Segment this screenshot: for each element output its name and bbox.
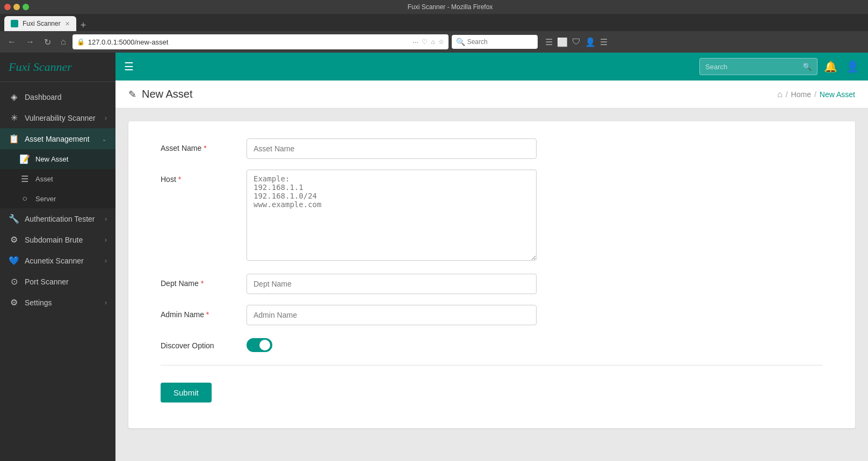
adblock-icon[interactable]: 🛡: [572, 37, 581, 47]
vulnerability-scanner-icon: ✳: [9, 113, 19, 123]
star-icon[interactable]: ☆: [438, 38, 444, 46]
host-label: Host *: [161, 170, 247, 184]
sidebar-item-acunetix-scanner[interactable]: 💙 Acunetix Scanner ›: [0, 250, 115, 271]
sidebar-nav: ◈ Dashboard ✳ Vulnerability Scanner › 📋 …: [0, 82, 115, 317]
header-search-box[interactable]: 🔍: [699, 58, 818, 75]
tab-close-button[interactable]: ✕: [65, 20, 70, 27]
form-group-admin-name: Admin Name *: [161, 305, 823, 325]
dept-name-input[interactable]: [247, 274, 537, 294]
sidebar-logo: Fuxi Scanner: [0, 53, 115, 82]
sidebar-item-asset-management[interactable]: 📋 Asset Management ⌄: [0, 128, 115, 149]
url-options[interactable]: ···: [413, 38, 419, 46]
sidebar-sub-item-server[interactable]: ○ Server: [0, 189, 115, 208]
reload-button[interactable]: ↻: [41, 35, 54, 49]
discover-option-label: Discover Option: [161, 336, 247, 350]
browser-search-box[interactable]: 🔍: [452, 35, 538, 49]
bookmarks-icon[interactable]: ☰: [545, 37, 553, 47]
server-icon: ○: [19, 194, 30, 203]
asset-icon: ☰: [19, 174, 30, 184]
sidebar-item-dashboard[interactable]: ◈ Dashboard: [0, 86, 115, 107]
subdomain-brute-arrow: ›: [105, 236, 107, 244]
url-text: 127.0.0.1:5000/new-asset: [88, 38, 409, 46]
asset-name-control: [247, 138, 537, 159]
firefox-icons: ☰ ⬜ 🛡 👤 ☰: [545, 37, 607, 47]
sidebar-item-vulnerability-scanner[interactable]: ✳ Vulnerability Scanner ›: [0, 107, 115, 128]
tabs-icon[interactable]: ⬜: [557, 37, 568, 47]
logo-text: Fuxi Scanner: [9, 60, 72, 74]
asset-name-input[interactable]: [247, 138, 537, 159]
sidebar-label-dashboard: Dashboard: [25, 93, 107, 101]
bookmark-icon[interactable]: ♡: [422, 38, 428, 46]
notification-bell-icon[interactable]: 🔔: [824, 60, 837, 73]
host-textarea[interactable]: [247, 170, 537, 261]
port-scanner-icon: ⊙: [9, 276, 19, 287]
form-group-asset-name: Asset Name *: [161, 138, 823, 159]
subdomain-brute-icon: ⚙: [9, 235, 19, 245]
lock-icon: 🔒: [77, 38, 85, 46]
vulnerability-scanner-arrow: ›: [105, 114, 107, 122]
submit-button[interactable]: Submit: [161, 383, 212, 403]
acunetix-scanner-arrow: ›: [105, 257, 107, 265]
header-search-input[interactable]: [705, 63, 799, 71]
asset-management-arrow: ⌄: [102, 135, 107, 143]
sidebar: Fuxi Scanner ◈ Dashboard ✳ Vulnerability…: [0, 53, 115, 461]
breadcrumb: ⌂ / Home / New Asset: [777, 90, 855, 99]
form-card: Asset Name * Host *: [128, 121, 855, 428]
home-url-icon[interactable]: ⌂: [431, 38, 435, 46]
dept-name-required: *: [201, 279, 204, 288]
form-group-host: Host *: [161, 170, 823, 263]
asset-management-submenu: 📝 New Asset ☰ Asset ○ Server: [0, 149, 115, 208]
browser-search-input[interactable]: [467, 38, 533, 46]
page-title: New Asset: [142, 88, 192, 100]
browser-tab[interactable]: Fuxi Scanner ✕: [4, 16, 76, 31]
main-content: ✎ New Asset ⌂ / Home / New Asset Asset N…: [115, 81, 868, 461]
top-header: ☰ 🔍 🔔 👤: [115, 53, 868, 81]
url-bar[interactable]: 🔒 127.0.0.1:5000/new-asset ··· ♡ ⌂ ☆: [73, 34, 449, 49]
back-button[interactable]: ←: [4, 35, 19, 49]
sidebar-item-authentication-tester[interactable]: 🔧 Authentication Tester ›: [0, 208, 115, 229]
authentication-tester-arrow: ›: [105, 215, 107, 223]
home-button[interactable]: ⌂: [57, 35, 69, 49]
asset-name-required: *: [204, 144, 206, 152]
sidebar-sub-item-asset[interactable]: ☰ Asset: [0, 169, 115, 189]
host-control: [247, 170, 537, 263]
sidebar-item-port-scanner[interactable]: ⊙ Port Scanner: [0, 271, 115, 292]
form-divider: [161, 365, 823, 365]
window-controls: [4, 4, 29, 10]
form-group-dept-name: Dept Name *: [161, 274, 823, 294]
browser-chrome: Fuxi Scanner - Mozilla Firefox: [0, 0, 868, 14]
admin-name-input[interactable]: [247, 305, 537, 325]
breadcrumb-current: New Asset: [820, 90, 855, 99]
new-tab-button[interactable]: +: [76, 20, 91, 31]
menu-icon[interactable]: ☰: [600, 37, 607, 47]
close-button[interactable]: [4, 4, 11, 10]
breadcrumb-sep-1: /: [786, 90, 788, 99]
discover-option-toggle-wrapper: [247, 336, 537, 352]
forward-button[interactable]: →: [23, 35, 38, 49]
new-asset-page-icon: ✎: [128, 89, 136, 100]
sidebar-item-subdomain-brute[interactable]: ⚙ Subdomain Brute ›: [0, 229, 115, 250]
page-title-area: ✎ New Asset: [128, 88, 192, 100]
sidebar-sub-item-new-asset[interactable]: 📝 New Asset: [0, 149, 115, 169]
dept-name-label: Dept Name *: [161, 274, 247, 288]
tab-favicon: [11, 20, 18, 27]
sidebar-sub-label-server: Server: [35, 195, 56, 203]
breadcrumb-home-icon[interactable]: ⌂: [777, 90, 783, 99]
maximize-button[interactable]: [23, 4, 29, 10]
asset-management-icon: 📋: [9, 134, 19, 144]
page-header: ✎ New Asset ⌂ / Home / New Asset: [115, 81, 868, 108]
new-asset-icon: 📝: [19, 154, 30, 164]
asset-name-label: Asset Name *: [161, 138, 247, 152]
hamburger-menu[interactable]: ☰: [124, 60, 134, 73]
sidebar-item-settings[interactable]: ⚙ Settings ›: [0, 292, 115, 313]
person-icon[interactable]: 👤: [585, 37, 596, 47]
minimize-button[interactable]: [13, 4, 20, 10]
user-avatar-icon[interactable]: 👤: [846, 60, 859, 73]
host-required: *: [178, 175, 181, 184]
tab-label: Fuxi Scanner: [23, 20, 61, 27]
discover-option-toggle[interactable]: [247, 338, 272, 352]
sidebar-label-vulnerability-scanner: Vulnerability Scanner: [25, 114, 99, 122]
breadcrumb-home-link[interactable]: Home: [791, 90, 811, 99]
header-icons: 🔔 👤: [824, 60, 859, 73]
nav-bar: ← → ↻ ⌂ 🔒 127.0.0.1:5000/new-asset ··· ♡…: [0, 31, 868, 53]
